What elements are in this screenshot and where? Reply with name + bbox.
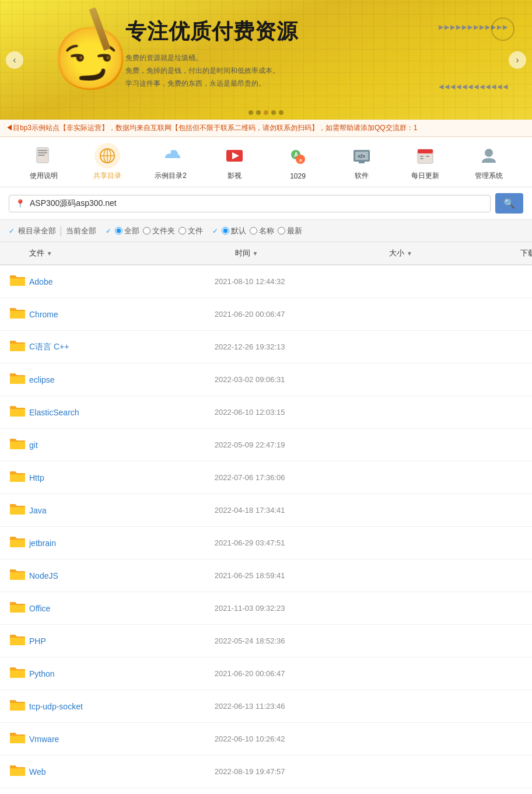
table-row[interactable]: Adobe 2021-08-10 12:44:32	[0, 265, 532, 298]
row-name[interactable]: git	[29, 440, 215, 450]
nav-label-shili2: 示例目录2	[155, 171, 187, 181]
filter-check-type: ✓	[106, 227, 111, 235]
table-row[interactable]: Java 2022-04-18 17:34:41	[0, 494, 532, 527]
header-download[interactable]: 下载 ▼	[467, 248, 532, 258]
row-time: 2022-06-13 11:23:46	[215, 702, 369, 711]
table-row[interactable]: git 2022-05-09 22:47:19	[0, 429, 532, 461]
folder-svg	[9, 338, 26, 352]
banner-dot-4[interactable]	[271, 110, 276, 115]
banner-subtitle-1: 免费的资源就是垃圾桶。	[125, 51, 279, 64]
banner-dot-5[interactable]	[279, 110, 284, 115]
table-row[interactable]: Http 2022-07-06 17:36:06	[0, 461, 532, 494]
banner[interactable]: 😏 专注优质付费资源 免费的资源就是垃圾桶。 免费，免掉的是钱，付出的是时间和低…	[0, 0, 532, 120]
banner-dots	[249, 110, 284, 115]
row-name[interactable]: Office	[29, 604, 215, 613]
row-name[interactable]: Java	[29, 506, 215, 515]
folder-svg	[9, 762, 26, 776]
filter-latest-label[interactable]: 最新	[278, 226, 302, 236]
row-name[interactable]: PHP	[29, 636, 215, 646]
folder-svg	[9, 632, 26, 646]
banner-title: 专注优质付费资源	[125, 18, 298, 46]
filter-type-group: ✓ 全部 文件夹 文件	[106, 226, 203, 236]
filter-default-radio[interactable]	[222, 227, 229, 235]
search-button[interactable]: 🔍	[495, 193, 523, 214]
header-size[interactable]: 大小 ▼	[389, 248, 466, 258]
filter-all-label[interactable]: 全部	[115, 226, 139, 236]
filter-current-label[interactable]: 当前全部	[66, 226, 96, 236]
table-row[interactable]: Office 2021-11-03 09:32:23	[0, 592, 532, 625]
header-time[interactable]: 时间 ▼	[235, 248, 390, 258]
gongyong-icon	[97, 145, 118, 166]
row-name[interactable]: Python	[29, 669, 215, 678]
row-folder-icon	[9, 599, 29, 617]
nav-item-shiyong[interactable]: 使用说明	[26, 143, 61, 181]
table-row[interactable]: Vmware 2022-06-10 10:26:42	[0, 723, 532, 755]
nav-item-ruanjian[interactable]: </> 软件	[344, 143, 379, 181]
nav-icon-shiyong	[31, 143, 57, 169]
row-name[interactable]: Vmware	[29, 734, 215, 744]
filter-root-label[interactable]: 根目录全部	[18, 226, 56, 236]
banner-dot-1[interactable]	[249, 110, 253, 115]
search-input[interactable]	[30, 199, 484, 208]
filter-latest-radio[interactable]	[278, 227, 285, 235]
yingshi-icon	[224, 145, 245, 166]
header-download-label: 下载	[520, 249, 532, 257]
row-folder-icon	[9, 501, 29, 519]
table-row[interactable]: Web 2022-08-19 19:47:57	[0, 755, 532, 788]
row-name[interactable]: ElasticSearch	[29, 408, 215, 417]
nav-icon-1029: A a	[285, 144, 311, 170]
filter-folder-label[interactable]: 文件夹	[143, 226, 175, 236]
banner-dot-2[interactable]	[256, 110, 261, 115]
nav-item-shili2[interactable]: 示例目录2	[153, 143, 188, 181]
banner-dot-3[interactable]	[264, 110, 268, 115]
filter-name-radio[interactable]	[250, 227, 257, 235]
svg-rect-3	[38, 155, 45, 156]
table-row[interactable]: eclipse 2022-03-02 09:06:31	[0, 363, 532, 396]
filter-file-label[interactable]: 文件	[178, 226, 203, 236]
row-name[interactable]: Web	[29, 767, 215, 776]
row-name[interactable]: jetbrain	[29, 538, 215, 548]
table-row[interactable]: C语言 C++ 2022-12-26 19:32:13	[0, 331, 532, 363]
filter-all-text: 全部	[124, 226, 139, 236]
filter-default-label[interactable]: 默认	[222, 226, 246, 236]
row-time: 2021-08-10 12:44:32	[215, 277, 369, 286]
nav-item-1029[interactable]: A a 1029	[281, 144, 316, 180]
table-row[interactable]: PHP 2022-05-24 18:52:36	[0, 625, 532, 657]
nav-item-yingshi[interactable]: 影视	[217, 143, 252, 181]
row-time: 2022-06-10 12:03:15	[215, 408, 369, 417]
table-row[interactable]: windows 2022-03-30 00:54:34	[0, 788, 532, 794]
table-row[interactable]: Python 2021-06-20 00:06:47	[0, 657, 532, 690]
folder-svg	[9, 664, 26, 678]
search-input-wrapper: 📍	[9, 195, 491, 212]
nav-item-meiri[interactable]: 每日更新	[408, 143, 443, 181]
banner-prev-button[interactable]: ‹	[6, 51, 23, 69]
nav-item-guanli[interactable]: 管理系统	[471, 143, 506, 181]
table-row[interactable]: jetbrain 2021-06-29 03:47:51	[0, 527, 532, 559]
filter-divider-1: |	[60, 225, 62, 237]
filter-folder-radio[interactable]	[143, 227, 150, 235]
filter-file-radio[interactable]	[178, 227, 186, 235]
filter-file-text: 文件	[188, 226, 203, 236]
folder-svg	[9, 534, 26, 548]
header-file[interactable]: 文件 ▼	[29, 248, 235, 258]
table-row[interactable]: Chrome 2021-06-20 00:06:47	[0, 298, 532, 331]
nav-icon-yingshi	[222, 143, 247, 169]
table-row[interactable]: ElasticSearch 2022-06-10 12:03:15	[0, 396, 532, 429]
row-name[interactable]: eclipse	[29, 375, 215, 384]
banner-next-button[interactable]: ›	[509, 51, 526, 69]
shili2-icon	[160, 145, 181, 166]
row-name[interactable]: C语言 C++	[29, 342, 215, 352]
table-row[interactable]: NodeJS 2021-06-25 18:59:41	[0, 559, 532, 592]
filter-all-radio[interactable]	[115, 227, 123, 235]
row-name[interactable]: tcp-udp-socket	[29, 702, 215, 711]
row-name[interactable]: Http	[29, 473, 215, 482]
nav-item-gongyong[interactable]: 共享目录	[90, 143, 125, 181]
row-name[interactable]: Adobe	[29, 277, 215, 286]
table-row[interactable]: tcp-udp-socket 2022-06-13 11:23:46	[0, 690, 532, 723]
header-file-label: 文件	[29, 249, 44, 257]
row-name[interactable]: NodeJS	[29, 571, 215, 580]
banner-subtitles: 免费的资源就是垃圾桶。 免费，免掉的是钱，付出的是时间和低效率成本。 学习这件事…	[125, 51, 279, 90]
row-name[interactable]: Chrome	[29, 310, 215, 319]
filter-name-label[interactable]: 名称	[250, 226, 274, 236]
svg-rect-1	[38, 150, 47, 151]
